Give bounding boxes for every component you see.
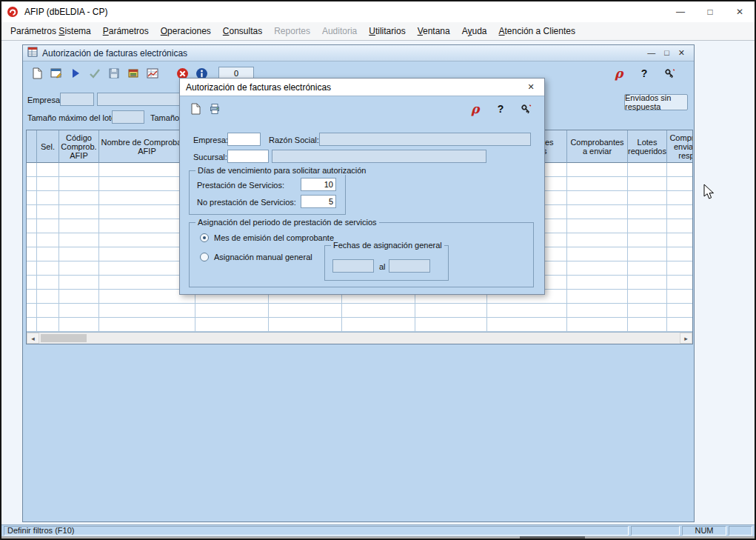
scroll-thumb[interactable]	[41, 334, 87, 342]
grid-column-11[interactable]: Comprobantes enviados sin respuesta	[667, 130, 693, 163]
dialog-help-button[interactable]: ?	[491, 100, 510, 118]
table-cell[interactable]	[667, 304, 693, 317]
table-cell[interactable]	[37, 205, 59, 219]
table-cell[interactable]	[567, 233, 628, 247]
properties-button[interactable]	[47, 64, 66, 82]
table-cell[interactable]	[37, 318, 59, 331]
table-cell[interactable]	[195, 318, 269, 331]
dialog-print-button[interactable]	[205, 100, 224, 118]
table-cell[interactable]	[567, 219, 628, 233]
table-cell[interactable]	[37, 219, 59, 233]
table-cell[interactable]	[628, 290, 667, 303]
prestacion-input[interactable]	[301, 178, 336, 191]
table-cell[interactable]	[27, 276, 37, 289]
radio-mes-emision[interactable]: Mes de emisión del comprobante	[200, 233, 334, 242]
table-cell[interactable]	[27, 219, 37, 233]
table-cell[interactable]	[59, 219, 99, 233]
table-cell[interactable]	[628, 304, 667, 317]
table-cell[interactable]	[27, 304, 37, 317]
table-cell[interactable]	[27, 177, 37, 190]
table-cell[interactable]	[27, 247, 37, 261]
table-cell[interactable]	[342, 304, 415, 317]
table-cell[interactable]	[59, 304, 99, 317]
table-row[interactable]	[27, 304, 693, 318]
table-cell[interactable]	[667, 318, 693, 331]
table-cell[interactable]	[27, 191, 37, 204]
report-button[interactable]	[143, 64, 162, 82]
scroll-track[interactable]	[39, 333, 680, 344]
fecha-desde-input[interactable]	[332, 259, 374, 273]
table-cell[interactable]	[567, 163, 628, 176]
table-cell[interactable]	[667, 163, 693, 176]
table-cell[interactable]	[567, 205, 628, 219]
table-cell[interactable]	[667, 276, 693, 289]
table-cell[interactable]	[567, 276, 628, 289]
menu-item-0[interactable]: Parámetros Sistema	[4, 22, 97, 40]
menu-item-3[interactable]: Consultas	[217, 22, 268, 40]
table-cell[interactable]	[59, 233, 99, 247]
new-button[interactable]	[27, 64, 47, 82]
table-cell[interactable]	[59, 191, 99, 204]
table-row[interactable]	[27, 318, 693, 332]
table-cell[interactable]	[567, 247, 628, 261]
validate-button[interactable]	[85, 64, 104, 82]
table-cell[interactable]	[269, 318, 342, 331]
table-cell[interactable]	[27, 318, 37, 331]
table-cell[interactable]	[567, 177, 628, 190]
table-cell[interactable]	[567, 261, 628, 275]
scroll-left-button[interactable]: ◂	[27, 333, 39, 344]
horizontal-scrollbar[interactable]: ◂ ▸	[27, 332, 692, 344]
table-cell[interactable]	[27, 290, 37, 303]
table-cell[interactable]	[195, 304, 269, 317]
radio-asignacion-manual[interactable]: Asignación manual general	[200, 253, 312, 261]
menu-item-8[interactable]: Ayuda	[456, 22, 493, 40]
table-cell[interactable]	[567, 290, 628, 303]
table-cell[interactable]	[628, 191, 667, 204]
table-cell[interactable]	[487, 318, 567, 331]
table-cell[interactable]	[667, 191, 693, 204]
maximize-button[interactable]: □	[695, 1, 725, 22]
child-minimize-button[interactable]: —	[647, 48, 655, 58]
grid-column-2[interactable]: Código Comprob. AFIP	[59, 130, 99, 163]
table-cell[interactable]	[628, 219, 667, 233]
table-cell[interactable]	[667, 261, 693, 275]
dialog-empresa-input[interactable]	[227, 133, 261, 146]
table-cell[interactable]	[667, 177, 693, 190]
table-cell[interactable]	[99, 318, 195, 331]
table-cell[interactable]	[487, 304, 567, 317]
sucursal-name-input[interactable]	[272, 150, 486, 163]
table-cell[interactable]	[27, 205, 37, 219]
menu-item-6[interactable]: Utilitarios	[363, 22, 411, 40]
fecha-hasta-input[interactable]	[389, 259, 430, 273]
table-cell[interactable]	[628, 163, 667, 176]
table-cell[interactable]	[628, 247, 667, 261]
menu-item-9[interactable]: Atención a Clientes	[493, 22, 581, 40]
menu-item-1[interactable]: Parámetros	[97, 22, 155, 40]
save-button[interactable]	[104, 64, 124, 82]
table-cell[interactable]	[667, 219, 693, 233]
no-prestacion-input[interactable]	[301, 195, 336, 208]
table-cell[interactable]	[37, 290, 59, 303]
dialog-exit-button[interactable]: ρ	[466, 100, 485, 118]
table-cell[interactable]	[27, 163, 37, 176]
batch-button[interactable]	[124, 64, 143, 82]
minimize-button[interactable]: —	[666, 1, 695, 22]
grid-column-1[interactable]: Sel.	[37, 130, 59, 163]
table-cell[interactable]	[27, 233, 37, 247]
table-cell[interactable]	[59, 177, 99, 190]
table-cell[interactable]	[567, 191, 628, 204]
table-cell[interactable]	[628, 318, 667, 331]
empresa-input[interactable]	[60, 93, 94, 106]
menu-item-7[interactable]: Ventana	[412, 22, 456, 40]
table-cell[interactable]	[27, 261, 37, 275]
table-cell[interactable]	[628, 261, 667, 275]
table-cell[interactable]	[667, 205, 693, 219]
help-button[interactable]: ?	[635, 64, 654, 82]
child-maximize-button[interactable]: □	[664, 48, 669, 58]
table-cell[interactable]	[628, 233, 667, 247]
exit-button[interactable]: ρ	[609, 64, 629, 82]
child-close-button[interactable]: ✕	[678, 48, 685, 58]
table-cell[interactable]	[342, 318, 415, 331]
grid-column-0[interactable]	[27, 130, 37, 163]
table-cell[interactable]	[37, 304, 59, 317]
